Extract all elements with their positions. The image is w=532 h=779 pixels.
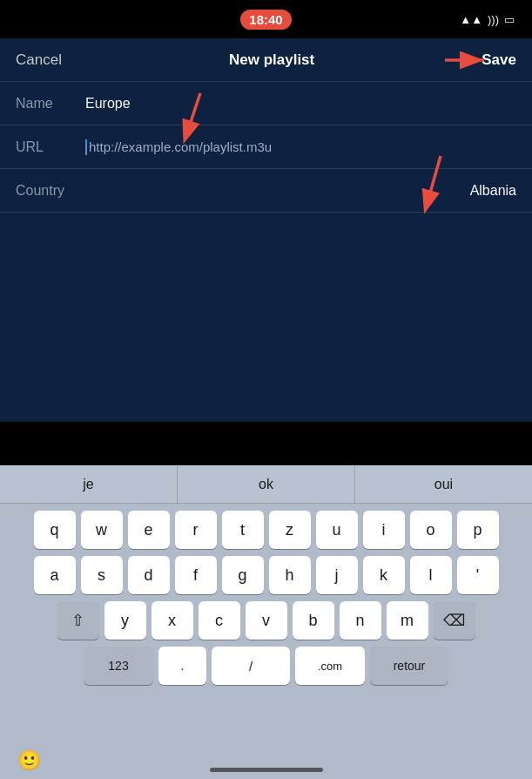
home-indicator: [210, 768, 323, 772]
suggestion-oui[interactable]: oui: [355, 465, 532, 503]
bottom-bar: 🙂: [0, 749, 532, 779]
country-value: Albania: [85, 183, 516, 199]
key-z[interactable]: z: [269, 511, 311, 549]
key-t[interactable]: t: [222, 511, 264, 549]
cancel-button[interactable]: Cancel: [16, 51, 62, 69]
name-label: Name: [16, 96, 85, 112]
numbers-key[interactable]: 123: [84, 647, 153, 685]
return-key[interactable]: retour: [370, 647, 448, 685]
key-c[interactable]: c: [199, 601, 240, 640]
dotcom-key[interactable]: .com: [295, 647, 365, 685]
key-m[interactable]: m: [387, 601, 428, 640]
key-n[interactable]: n: [340, 601, 381, 640]
key-row-1: q w e r t z u i o p: [3, 511, 529, 549]
key-g[interactable]: g: [222, 556, 264, 594]
suggestions-row: je ok oui: [0, 465, 532, 504]
nav-bar: Cancel New playlist Save: [0, 38, 532, 82]
period-key[interactable]: .: [158, 647, 206, 685]
country-row[interactable]: Country Albania: [0, 169, 532, 213]
status-time: 18:40: [240, 10, 291, 30]
key-v[interactable]: v: [246, 601, 287, 640]
key-d[interactable]: d: [128, 556, 170, 594]
url-input[interactable]: http://example.com/playlist.m3u: [85, 139, 516, 155]
key-u[interactable]: u: [316, 511, 358, 549]
key-b[interactable]: b: [293, 601, 334, 640]
wifi-icon: ))): [488, 13, 499, 26]
key-row-2: a s d f g h j k l ': [3, 556, 529, 594]
key-x[interactable]: x: [152, 601, 193, 640]
form-empty-space: [0, 213, 532, 422]
key-e[interactable]: e: [128, 511, 170, 549]
status-bar: 18:40 ▲▲ ))) ▭: [0, 0, 532, 38]
nav-title: New playlist: [229, 51, 314, 69]
key-q[interactable]: q: [34, 511, 76, 549]
status-icons: ▲▲ ))) ▭: [460, 13, 515, 26]
keys-area: q w e r t z u i o p a s d f g h j k l ' …: [0, 504, 532, 695]
name-value[interactable]: Europe: [85, 96, 516, 112]
svg-line-5: [428, 156, 441, 202]
backspace-key[interactable]: ⌫: [434, 601, 475, 640]
arrow-to-name: [170, 89, 213, 141]
emoji-button[interactable]: 🙂: [17, 749, 41, 772]
suggestion-je[interactable]: je: [0, 465, 178, 503]
url-label: URL: [16, 139, 85, 155]
key-p[interactable]: p: [457, 511, 499, 549]
key-row-3: ⇧ y x c v b n m ⌫: [3, 601, 529, 640]
key-l[interactable]: l: [410, 556, 452, 594]
suggestion-ok[interactable]: ok: [178, 465, 355, 503]
key-r[interactable]: r: [175, 511, 217, 549]
arrow-to-url: [406, 152, 449, 208]
url-row: URL http://example.com/playlist.m3u: [0, 125, 532, 169]
key-y[interactable]: y: [104, 601, 146, 640]
url-placeholder: http://example.com/playlist.m3u: [89, 139, 272, 154]
key-row-4: 123 . / .com retour: [3, 647, 529, 685]
slash-key[interactable]: /: [212, 647, 290, 685]
key-s[interactable]: s: [81, 556, 123, 594]
text-cursor: [85, 139, 87, 155]
key-o[interactable]: o: [410, 511, 452, 549]
key-f[interactable]: f: [175, 556, 217, 594]
arrow-to-save: [441, 47, 493, 73]
country-label: Country: [16, 183, 85, 199]
key-k[interactable]: k: [363, 556, 405, 594]
form-area: Name Europe URL http://example.com/playl…: [0, 82, 532, 422]
name-row: Name Europe: [0, 82, 532, 125]
shift-key[interactable]: ⇧: [57, 601, 99, 640]
battery-icon: ▭: [504, 13, 515, 26]
svg-line-3: [187, 93, 200, 132]
key-a[interactable]: a: [34, 556, 76, 594]
key-apostrophe[interactable]: ': [457, 556, 499, 594]
key-h[interactable]: h: [269, 556, 311, 594]
signal-icon: ▲▲: [460, 13, 482, 26]
key-j[interactable]: j: [316, 556, 358, 594]
key-i[interactable]: i: [363, 511, 405, 549]
key-w[interactable]: w: [81, 511, 123, 549]
keyboard-area: je ok oui q w e r t z u i o p a s d f g …: [0, 465, 532, 779]
